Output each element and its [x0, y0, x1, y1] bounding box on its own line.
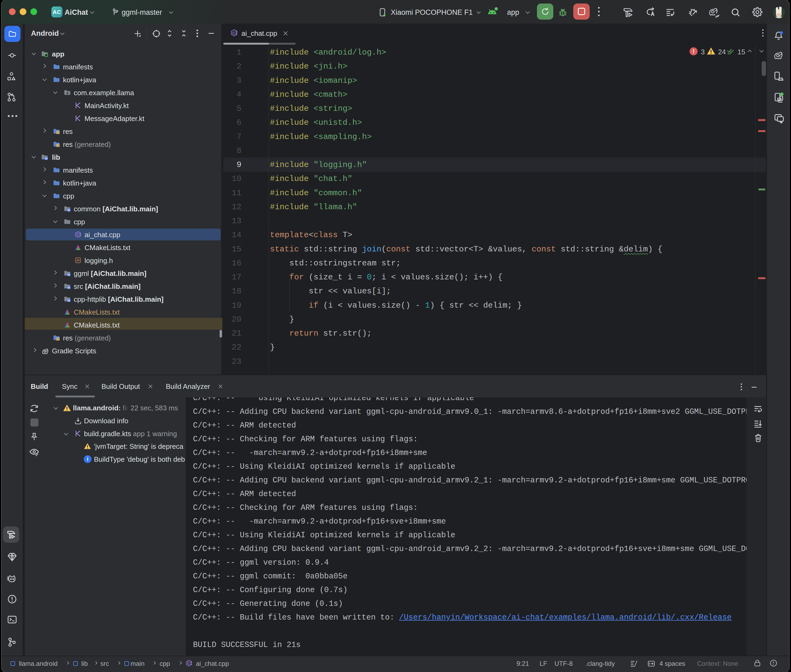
svg-text:C: C [187, 661, 190, 665]
svg-text:C: C [232, 30, 235, 35]
svg-text:C: C [77, 232, 79, 237]
